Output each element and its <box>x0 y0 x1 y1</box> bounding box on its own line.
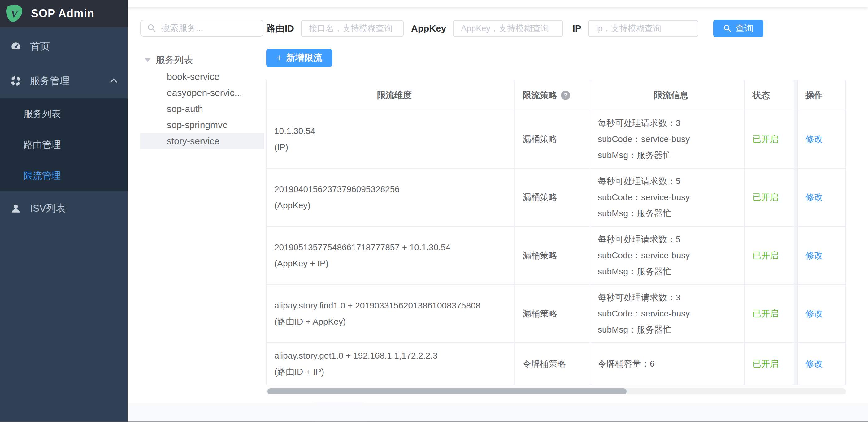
cell-action: 修改 <box>798 227 845 284</box>
cell-info: 每秒可处理请求数：3 subCode：service-busy subMsg：服… <box>590 285 745 343</box>
sidebar-item-limit-mgmt[interactable]: 限流管理 <box>0 160 127 191</box>
cell-dimension: 10.1.30.54 (IP) <box>267 110 515 168</box>
page-bottom-background <box>127 403 868 421</box>
sidebar-item-label: 首页 <box>30 40 50 53</box>
cell-status: 已开启 <box>745 227 794 284</box>
tree-node-sop-auth[interactable]: sop-auth <box>140 101 264 117</box>
edit-link[interactable]: 修改 <box>805 250 823 261</box>
add-limit-button-label: 新增限流 <box>286 52 322 64</box>
cell-dimension: 20190513577548661718777857 + 10.1.30.54 … <box>267 227 515 284</box>
app-logo-icon: V <box>4 4 24 24</box>
svg-text:V: V <box>11 8 19 20</box>
limit-panel: 路由ID AppKey IP 查询 + <box>266 20 868 422</box>
service-search-box[interactable] <box>140 20 264 36</box>
cell-dimension: alipay.story.find1.0 + 20190331562013861… <box>267 285 515 343</box>
table-header-row: 限流维度 限流策略 ? 限流信息 状态 操作 <box>267 80 845 110</box>
status-badge: 已开启 <box>752 250 778 261</box>
appkey-input[interactable] <box>453 20 563 37</box>
dimension-type: (AppKey + IP) <box>274 256 515 272</box>
info-line: 每秒可处理请求数：5 <box>598 173 744 189</box>
table-row: alipay.story.get1.0 + 192.168.1.1,172.2.… <box>267 343 845 385</box>
service-search-input[interactable] <box>161 23 257 33</box>
cell-strategy: 漏桶策略 <box>515 110 590 168</box>
ip-label: IP <box>572 23 581 34</box>
fixed-column-gap <box>794 227 798 284</box>
add-limit-button[interactable]: + 新增限流 <box>266 49 332 67</box>
cell-strategy: 漏桶策略 <box>515 227 590 284</box>
logo-bar: V SOP Admin <box>0 0 127 27</box>
fixed-column-gap <box>794 285 798 343</box>
tree-root-node[interactable]: 服务列表 <box>140 51 266 69</box>
cell-action: 修改 <box>798 285 845 343</box>
cell-status: 已开启 <box>745 110 794 168</box>
cell-status: 已开启 <box>745 285 794 343</box>
info-line: 每秒可处理请求数：3 <box>598 115 744 131</box>
sidebar-item-label: 服务管理 <box>30 74 70 88</box>
status-badge: 已开启 <box>752 358 778 370</box>
table-row: 20190401562373796095328256 (AppKey) 漏桶策略… <box>267 169 845 227</box>
table-row: 10.1.30.54 (IP) 漏桶策略 每秒可处理请求数：3 subCode：… <box>267 110 845 169</box>
fixed-column-gap <box>794 343 798 385</box>
app-root: V SOP Admin 首页 <box>0 0 868 422</box>
info-line: subCode：service-busy <box>598 306 744 322</box>
edit-link[interactable]: 修改 <box>805 133 823 145</box>
search-icon <box>147 24 156 33</box>
route-id-input[interactable] <box>301 20 404 37</box>
question-circle-icon[interactable]: ? <box>561 91 570 100</box>
fixed-column-gap <box>794 169 798 226</box>
service-tree-panel: 服务列表 book-service easyopen-servic... sop… <box>127 20 266 422</box>
tree-node-story-service[interactable]: story-service <box>140 133 264 149</box>
service-tree: 服务列表 book-service easyopen-servic... sop… <box>140 51 266 149</box>
sidebar-item-home[interactable]: 首页 <box>0 29 127 64</box>
content: 服务列表 book-service easyopen-servic... sop… <box>127 7 868 422</box>
info-line: subMsg：服务器忙 <box>598 322 744 338</box>
cell-dimension: alipay.story.get1.0 + 192.168.1.1,172.2.… <box>267 343 515 385</box>
chevron-up-icon <box>110 78 117 86</box>
sidebar-submenu: 服务列表 路由管理 限流管理 <box>0 98 127 191</box>
dimension-value: alipay.story.find1.0 + 20190331562013861… <box>274 298 515 314</box>
ip-input[interactable] <box>588 20 699 37</box>
limit-table: 限流维度 限流策略 ? 限流信息 状态 操作 10.1.30.54 <box>266 80 846 385</box>
filter-bar: 路由ID AppKey IP 查询 <box>266 20 856 37</box>
sidebar-item-service-list[interactable]: 服务列表 <box>0 98 127 129</box>
info-line: 每秒可处理请求数：3 <box>598 290 744 306</box>
info-line: subCode：service-busy <box>598 248 744 264</box>
cell-strategy: 漏桶策略 <box>515 169 590 226</box>
dimension-value: 10.1.30.54 <box>274 123 515 139</box>
tree-node-easyopen-service[interactable]: easyopen-servic... <box>140 85 264 101</box>
info-line: 每秒可处理请求数：5 <box>598 231 744 248</box>
dimension-value: 20190513577548661718777857 + 10.1.30.54 <box>274 239 515 256</box>
horizontal-scrollbar-track[interactable] <box>266 388 846 394</box>
info-line: 令牌桶容量：6 <box>598 356 744 372</box>
edit-link[interactable]: 修改 <box>805 192 823 203</box>
query-button[interactable]: 查询 <box>713 20 763 37</box>
tree-node-sop-springmvc[interactable]: sop-springmvc <box>140 117 264 133</box>
sidebar-item-isv[interactable]: ISV列表 <box>0 191 127 226</box>
header-dimension: 限流维度 <box>267 80 515 110</box>
dimension-value: 20190401562373796095328256 <box>274 181 515 197</box>
sidebar-item-service-mgmt[interactable]: 服务管理 <box>0 64 127 98</box>
horizontal-scrollbar-thumb[interactable] <box>268 388 626 394</box>
header-strategy: 限流策略 ? <box>515 80 590 110</box>
tree-node-book-service[interactable]: book-service <box>140 69 264 85</box>
dimension-type: (AppKey) <box>274 197 515 214</box>
sidebar-item-route-mgmt[interactable]: 路由管理 <box>0 129 127 160</box>
dashboard-icon <box>10 41 21 52</box>
cell-info: 每秒可处理请求数：5 subCode：service-busy subMsg：服… <box>590 169 745 226</box>
header-status: 状态 <box>745 80 794 110</box>
caret-down-icon <box>145 58 151 62</box>
dimension-type: (路由ID + AppKey) <box>274 314 515 330</box>
component-ring-icon <box>10 75 21 87</box>
info-line: subMsg：服务器忙 <box>598 205 744 222</box>
cell-info: 令牌桶容量：6 <box>590 343 745 385</box>
edit-link[interactable]: 修改 <box>805 308 823 320</box>
sidebar: V SOP Admin 首页 <box>0 0 127 422</box>
cell-strategy: 令牌桶策略 <box>515 343 590 385</box>
fixed-column-gap <box>794 110 798 168</box>
edit-link[interactable]: 修改 <box>805 358 823 370</box>
fixed-column-gap <box>794 80 798 110</box>
dimension-type: (IP) <box>274 139 515 155</box>
status-badge: 已开启 <box>752 308 778 320</box>
status-badge: 已开启 <box>752 133 778 145</box>
user-icon <box>10 203 21 214</box>
